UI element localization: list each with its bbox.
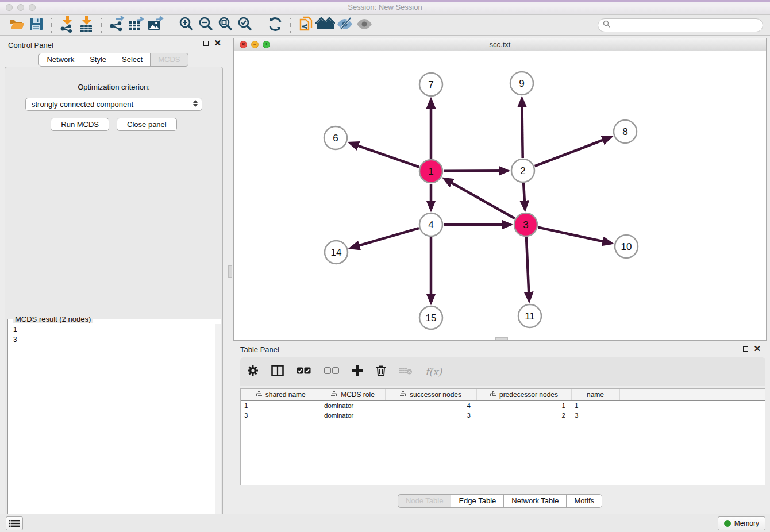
tab-node-table[interactable]: Node Table — [398, 494, 452, 508]
table-row[interactable]: 1dominator411 — [241, 400, 765, 410]
delete-column-button[interactable] — [399, 366, 413, 377]
import-table-icon — [78, 16, 94, 35]
refresh-icon — [267, 16, 283, 34]
graph-node-7[interactable]: 7 — [419, 73, 442, 96]
graph-edge-3-10[interactable] — [538, 228, 611, 244]
refresh-layout-button[interactable] — [265, 17, 285, 34]
result-scrollbar[interactable] — [215, 324, 221, 532]
search-box[interactable] — [598, 18, 763, 32]
graph-node-4[interactable]: 4 — [419, 213, 442, 236]
list-icon — [9, 519, 20, 527]
column-header-successor-nodes[interactable]: successor nodes — [385, 389, 476, 400]
column-panel-button[interactable] — [271, 365, 284, 379]
close-panel-icon[interactable]: ✕ — [214, 40, 221, 46]
graph-node-label: 15 — [426, 313, 437, 323]
float-panel-icon[interactable] — [203, 41, 209, 46]
run-mcds-button[interactable]: Run MCDS — [51, 118, 109, 131]
tab-edge-table[interactable]: Edge Table — [451, 494, 504, 508]
graph-edge-2-3[interactable] — [523, 183, 525, 209]
hide-selected-button[interactable] — [335, 17, 355, 34]
network-canvas[interactable]: 7968124314101511 — [234, 51, 766, 340]
table-cell[interactable]: dominator — [321, 400, 385, 410]
export-table-button[interactable] — [126, 17, 146, 34]
deselect-all-button[interactable] — [324, 367, 339, 377]
table-cell[interactable]: 1 — [476, 400, 571, 410]
horizontal-splitter-grip[interactable] — [495, 337, 508, 340]
graph-node-3[interactable]: 3 — [514, 213, 537, 236]
float-table-panel-icon[interactable] — [743, 346, 748, 352]
first-neighbors-button[interactable] — [315, 17, 335, 34]
table-cell[interactable]: 3 — [385, 410, 476, 420]
select-all-button[interactable] — [297, 367, 311, 377]
task-history-button[interactable] — [6, 516, 23, 530]
table-cell[interactable]: 1 — [241, 400, 321, 410]
eye-slash-icon — [336, 17, 353, 33]
graph-node-10[interactable]: 10 — [615, 235, 638, 258]
import-table-button[interactable] — [76, 17, 96, 34]
zoom-out-button[interactable] — [196, 17, 215, 34]
graph-node-6[interactable]: 6 — [324, 126, 347, 149]
graph-node-8[interactable]: 8 — [614, 120, 637, 143]
zoom-fit-button[interactable] — [215, 17, 235, 34]
function-builder-button[interactable]: f(x) — [425, 366, 442, 377]
column-header-name[interactable]: name — [571, 389, 619, 400]
mcds-result-list[interactable]: 13 — [8, 324, 215, 532]
mcds-result-title: MCDS result (2 nodes) — [13, 315, 93, 323]
graph-node-1[interactable]: 1 — [419, 160, 442, 183]
node-table[interactable]: shared nameMCDS rolesuccessor nodesprede… — [240, 388, 765, 485]
graph-edge-3-11[interactable] — [526, 237, 529, 300]
zoom-in-button[interactable] — [176, 17, 196, 34]
delete-button[interactable] — [376, 365, 386, 379]
graph-node-14[interactable]: 14 — [325, 241, 348, 264]
control-panel: Control Panel ✕ NetworkStyleSelectMCDS O… — [0, 36, 227, 514]
graph-edge-2-9[interactable] — [522, 99, 522, 158]
add-row-button[interactable] — [352, 365, 363, 379]
table-cell[interactable]: 3 — [571, 410, 619, 420]
tab-mcds[interactable]: MCDS — [151, 53, 188, 67]
graph-edge-1-6[interactable] — [350, 143, 419, 167]
tab-network-table[interactable]: Network Table — [504, 494, 567, 508]
close-panel-button[interactable]: Close panel — [117, 118, 177, 131]
export-image-button[interactable] — [146, 17, 165, 34]
export-network-button[interactable] — [107, 17, 126, 34]
dropdown-stepper-icon — [193, 100, 198, 107]
graph-edge-1-2[interactable] — [444, 171, 507, 171]
zoom-selected-button[interactable] — [235, 17, 255, 34]
table-cell[interactable]: 2 — [476, 410, 571, 420]
show-all-button[interactable] — [355, 17, 374, 34]
graph-edge-2-8[interactable] — [535, 137, 611, 167]
graph-node-11[interactable]: 11 — [518, 304, 541, 327]
column-header-MCDS-role[interactable]: MCDS role — [321, 389, 385, 400]
graph-node-15[interactable]: 15 — [419, 306, 442, 329]
table-settings-button[interactable] — [247, 365, 259, 379]
table-cell[interactable]: 1 — [571, 400, 619, 410]
column-header-shared-name[interactable]: shared name — [241, 389, 321, 400]
graph-edge-4-14[interactable] — [351, 228, 419, 248]
graph-edge-3-1[interactable] — [445, 179, 515, 218]
column-header-predecessor-nodes[interactable]: predecessor nodes — [476, 389, 571, 400]
copy-network-button[interactable] — [296, 17, 315, 34]
memory-button[interactable]: Memory — [718, 516, 765, 530]
vertical-splitter-grip[interactable] — [228, 265, 232, 278]
mcds-result-item[interactable]: 1 — [13, 325, 215, 335]
save-session-button[interactable] — [26, 17, 46, 34]
tab-motifs[interactable]: Motifs — [567, 494, 602, 508]
close-table-panel-icon[interactable]: ✕ — [753, 346, 761, 352]
network-window-titlebar[interactable]: ✕ − + scc.txt — [234, 38, 766, 51]
import-network-button[interactable] — [57, 17, 76, 34]
criterion-dropdown[interactable]: strongly connected component — [25, 98, 202, 111]
table-cell[interactable]: 3 — [241, 410, 321, 420]
table-row[interactable]: 3dominator323 — [241, 410, 765, 420]
tab-select[interactable]: Select — [114, 53, 151, 67]
table-cell[interactable]: dominator — [321, 410, 385, 420]
search-input[interactable] — [611, 20, 758, 30]
tab-style[interactable]: Style — [82, 53, 114, 67]
table-cell[interactable]: 4 — [385, 400, 476, 410]
app-title: Session: New Session — [0, 3, 770, 11]
graph-node-9[interactable]: 9 — [510, 72, 533, 95]
tab-network[interactable]: Network — [38, 53, 82, 67]
mcds-result-item[interactable]: 3 — [13, 335, 215, 345]
graph-node-2[interactable]: 2 — [511, 159, 534, 182]
memory-label: Memory — [734, 519, 759, 527]
open-session-button[interactable] — [7, 17, 26, 34]
